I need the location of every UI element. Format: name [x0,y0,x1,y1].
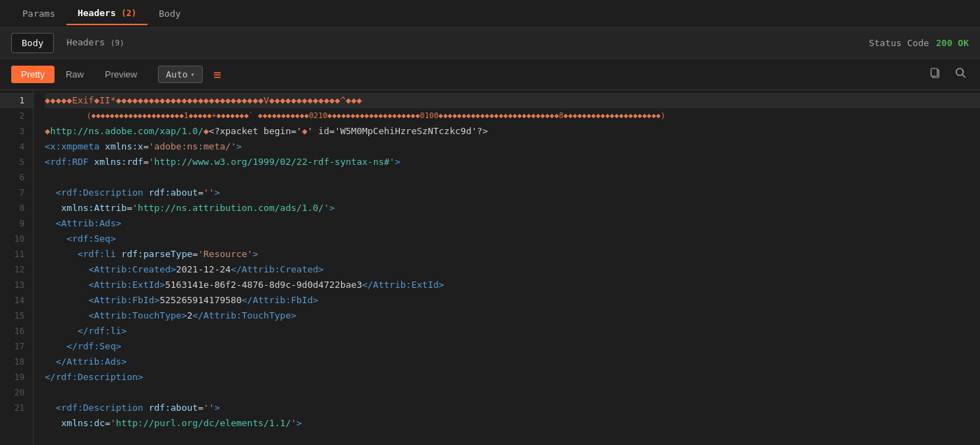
auto-select[interactable]: Auto ▾ [158,66,202,83]
line-num-12: 12 [0,262,33,277]
line-num-6: 6 [0,170,33,185]
code-line-1: ◆◆◆◆◆Exif◆II*◆◆◆◆◆◆◆◆◆◆◆◆◆◆◆◆◆◆◆◆◆◆◆◆◆◆◆… [45,93,980,108]
line-num-10: 10 [0,231,33,247]
code-line-1b: (◆◆◆◆◆◆◆◆◆◆◆◆◆◆◆◆◆◆◆◆1◆◆◆◆◆+◆◆◆◆◆◆◆` ◆◆◆… [45,108,980,124]
status-value: 200 OK [936,38,969,48]
line-num-8: 8 [0,200,33,216]
response-bar: Body Headers (9) Status Code 200 OK [0,28,980,59]
line-num-3: 3 [0,124,33,139]
line-num-5: 5 [0,154,33,170]
line-num-13: 13 [0,277,33,293]
code-line-4: <rdf:RDF xmlns:rdf = 'http://www.w3.org/… [45,154,980,170]
tab-headers[interactable]: Headers (2) [66,2,147,25]
code-lines: ◆◆◆◆◆Exif◆II*◆◆◆◆◆◆◆◆◆◆◆◆◆◆◆◆◆◆◆◆◆◆◆◆◆◆◆… [34,90,980,445]
code-line-9: <rdf:Seq> [45,231,980,247]
tab-body-req[interactable]: Body [147,3,192,24]
chevron-down-icon: ▾ [191,71,195,78]
code-line-5 [45,170,980,185]
tab-body-res[interactable]: Body [11,33,54,53]
code-line-14: <Attrib:TouchType> 2 </Attrib:TouchType> [45,308,980,323]
code-area[interactable]: 1 2 3 4 5 6 7 8 9 10 11 12 13 14 15 16 1… [0,90,980,445]
code-line-10: <rdf:li rdf:parseType = 'Resource' > [45,247,980,262]
tab-params[interactable]: Params [11,3,66,24]
line-num-20: 20 [0,385,33,400]
search-button[interactable] [952,64,969,84]
top-nav: Params Headers (2) Body [0,0,980,28]
line-num-18: 18 [0,354,33,370]
format-pretty[interactable]: Pretty [11,66,55,83]
line-num-1: 1 [0,93,33,108]
format-raw[interactable]: Raw [56,66,94,83]
auto-label: Auto [166,69,187,80]
line-num-16: 16 [0,323,33,339]
code-line-15: </rdf:li> [45,323,980,339]
code-line-12: <Attrib:ExtId> 5163141e-86f2-4876-8d9c-9… [45,277,980,293]
format-preview[interactable]: Preview [95,66,147,83]
code-line-21: xmlns:dc = 'http://purl.org/dc/elements/… [45,416,980,431]
line-num-17: 17 [0,339,33,354]
code-line-3: <x:xmpmeta xmlns:x = 'adobe:ns:meta/' > [45,139,980,154]
line-num-21: 21 [0,400,33,416]
right-icons [927,64,969,84]
line-num-19: 19 [0,370,33,385]
copy-button[interactable] [927,64,944,84]
tab-headers-res[interactable]: Headers (9) [57,33,134,53]
line-num-9: 9 [0,216,33,231]
line-num-15: 15 [0,308,33,323]
code-line-20: <rdf:Description rdf:about = '' > [45,400,980,416]
line-num-11: 11 [0,247,33,262]
code-line-18: </rdf:Description> [45,370,980,385]
line-num-2: 2 [0,108,33,124]
line-num-4: 4 [0,139,33,154]
line-num-14: 14 [0,293,33,308]
filter-icon[interactable]: ≡ [214,67,222,82]
code-line-11: <Attrib:Created> 2021-12-24 </Attrib:Cre… [45,262,980,277]
code-line-6: <rdf:Description rdf:about = '' > [45,185,980,200]
code-line-19 [45,385,980,400]
line-numbers: 1 2 3 4 5 6 7 8 9 10 11 12 13 14 15 16 1… [0,90,34,445]
code-line-13: <Attrib:FbId> 525265914179580 </Attrib:F… [45,293,980,308]
svg-rect-1 [931,68,937,76]
code-line-2: ◆http://ns.adobe.com/xap/1.0/◆<?xpacket … [45,124,980,139]
code-line-17: </Attrib:Ads> [45,354,980,370]
code-line-7: xmlns:Attrib = 'http://ns.attribution.co… [45,200,980,216]
svg-point-2 [956,68,963,75]
format-bar: Pretty Raw Preview Auto ▾ ≡ [0,59,980,90]
status-label: Status Code [869,38,929,48]
status-code-area: Status Code 200 OK [869,38,969,48]
response-tabs: Body Headers (9) [11,33,134,53]
format-tabs: Pretty Raw Preview [11,66,147,83]
code-line-8: <Attrib:Ads> [45,216,980,231]
svg-line-3 [963,75,965,78]
code-line-16: </rdf:Seq> [45,339,980,354]
line-num-7: 7 [0,185,33,200]
